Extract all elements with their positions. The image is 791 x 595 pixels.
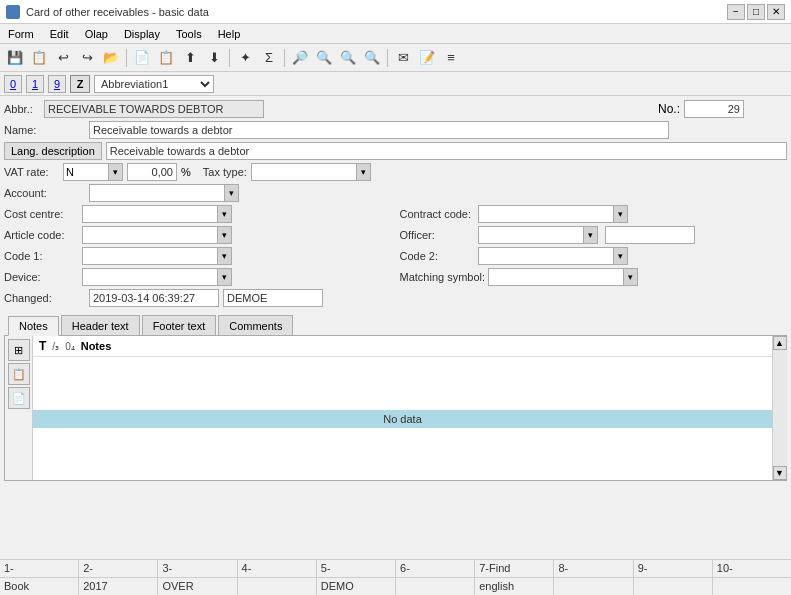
name-row: Name: xyxy=(4,121,787,139)
close-button[interactable]: ✕ xyxy=(767,4,785,20)
code2-label: Code 2: xyxy=(400,250,475,262)
name-input[interactable] xyxy=(89,121,669,139)
app-icon xyxy=(6,5,20,19)
notes-btn-3[interactable]: 📄 xyxy=(8,387,30,409)
tb-search3[interactable]: 🔍 xyxy=(337,47,359,69)
tb-save[interactable]: 💾 xyxy=(4,47,26,69)
notes-content: T /₃ 0₄ Notes No data xyxy=(33,336,772,480)
tb-list[interactable]: ≡ xyxy=(440,47,462,69)
contract-code-select[interactable] xyxy=(478,205,628,223)
vat-row: VAT rate: N ▾ % Tax type: ▾ xyxy=(4,163,787,181)
account-select[interactable] xyxy=(89,184,239,202)
status-cell-5[interactable]: 5- xyxy=(317,560,396,577)
matching-col: Matching symbol: ▾ xyxy=(400,268,788,286)
tb-search1[interactable]: 🔎 xyxy=(289,47,311,69)
matching-select[interactable] xyxy=(488,268,638,286)
status-cell-3[interactable]: 3- xyxy=(158,560,237,577)
status-cell-8[interactable]: 8- xyxy=(554,560,633,577)
status-bottom-row: Book 2017 OVER DEMO english xyxy=(0,578,791,595)
tb-copy[interactable]: 📋 xyxy=(28,47,50,69)
contract-code-col: Contract code: ▾ xyxy=(400,205,788,223)
scrollbar-down-button[interactable]: ▼ xyxy=(773,466,787,480)
tb-undo[interactable]: ↩ xyxy=(52,47,74,69)
tab-1[interactable]: 1 xyxy=(26,75,44,93)
tab-notes[interactable]: Notes xyxy=(8,316,59,336)
device-matching-row: Device: ▾ Matching symbol: ▾ xyxy=(4,268,787,286)
status-over: OVER xyxy=(158,578,237,595)
tb-search2[interactable]: 🔍 xyxy=(313,47,335,69)
status-cell-1[interactable]: 1- xyxy=(0,560,79,577)
window-controls: − □ ✕ xyxy=(727,4,785,20)
title-bar: Card of other receivables - basic data −… xyxy=(0,0,791,24)
code2-select[interactable] xyxy=(478,247,628,265)
status-empty5 xyxy=(713,578,791,595)
officer-select[interactable] xyxy=(478,226,598,244)
status-cell-7[interactable]: 7-Find xyxy=(475,560,554,577)
device-select[interactable] xyxy=(82,268,232,286)
status-cell-9[interactable]: 9- xyxy=(634,560,713,577)
abbr-row: Abbr.: No.: xyxy=(4,100,787,118)
changed-row: Changed: xyxy=(4,289,787,307)
vat-pct-input[interactable] xyxy=(127,163,177,181)
menu-edit[interactable]: Edit xyxy=(46,27,73,41)
tb-edit[interactable]: 📝 xyxy=(416,47,438,69)
lang-description-button[interactable]: Lang. description xyxy=(4,142,102,160)
article-code-wrapper: ▾ xyxy=(82,226,232,244)
tab-9[interactable]: 9 xyxy=(48,75,66,93)
status-cell-10[interactable]: 10- xyxy=(713,560,791,577)
code1-label: Code 1: xyxy=(4,250,79,262)
tb-mail[interactable]: ✉ xyxy=(392,47,414,69)
tab-footer-text[interactable]: Footer text xyxy=(142,315,217,335)
notes-btn-2[interactable]: 📋 xyxy=(8,363,30,385)
menu-tools[interactable]: Tools xyxy=(172,27,206,41)
z-button[interactable]: Z xyxy=(70,75,90,93)
status-cell-6[interactable]: 6- xyxy=(396,560,475,577)
device-wrapper: ▾ xyxy=(82,268,232,286)
no-input[interactable] xyxy=(684,100,744,118)
menu-display[interactable]: Display xyxy=(120,27,164,41)
cost-centre-select[interactable] xyxy=(82,205,232,223)
contract-code-label: Contract code: xyxy=(400,208,475,220)
tb-star[interactable]: ✦ xyxy=(234,47,256,69)
status-english: english xyxy=(475,578,554,595)
changed-date-input[interactable] xyxy=(89,289,219,307)
status-cell-2[interactable]: 2- xyxy=(79,560,158,577)
article-code-select[interactable] xyxy=(82,226,232,244)
tb-open[interactable]: 📂 xyxy=(100,47,122,69)
tb-new[interactable]: 📄 xyxy=(131,47,153,69)
tb-redo[interactable]: ↪ xyxy=(76,47,98,69)
tax-type-select[interactable] xyxy=(251,163,371,181)
notes-title: Notes xyxy=(81,340,112,352)
code1-select[interactable] xyxy=(82,247,232,265)
tb-up[interactable]: ⬆ xyxy=(179,47,201,69)
abbreviation-select[interactable]: Abbreviation1 xyxy=(94,75,214,93)
notes-btn-1[interactable]: ⊞ xyxy=(8,339,30,361)
officer-text-input[interactable] xyxy=(605,226,695,244)
notes-toolbar: ⊞ 📋 📄 xyxy=(5,336,33,480)
menu-help[interactable]: Help xyxy=(214,27,245,41)
lang-input[interactable] xyxy=(106,142,787,160)
status-cell-4[interactable]: 4- xyxy=(238,560,317,577)
vat-n-select[interactable]: N xyxy=(63,163,123,181)
cost-centre-col: Cost centre: ▾ xyxy=(4,205,392,223)
tab-0[interactable]: 0 xyxy=(4,75,22,93)
tab-comments[interactable]: Comments xyxy=(218,315,293,335)
tb-down[interactable]: ⬇ xyxy=(203,47,225,69)
officer-col: Officer: ▾ xyxy=(400,226,788,244)
status-demo: DEMO xyxy=(317,578,396,595)
tb-sum[interactable]: Σ xyxy=(258,47,280,69)
tb-search4[interactable]: 🔍 xyxy=(361,47,383,69)
menu-form[interactable]: Form xyxy=(4,27,38,41)
tb-paste[interactable]: 📋 xyxy=(155,47,177,69)
status-top-row: 1- 2- 3- 4- 5- 6- 7-Find 8- 9- 10- xyxy=(0,560,791,578)
code1-wrapper: ▾ xyxy=(82,247,232,265)
vat-label: VAT rate: xyxy=(4,166,59,178)
abbr-input[interactable] xyxy=(44,100,264,118)
tab-header-text[interactable]: Header text xyxy=(61,315,140,335)
menu-olap[interactable]: Olap xyxy=(81,27,112,41)
maximize-button[interactable]: □ xyxy=(747,4,765,20)
vat-n-wrapper: N ▾ xyxy=(63,163,123,181)
changed-user-input[interactable] xyxy=(223,289,323,307)
minimize-button[interactable]: − xyxy=(727,4,745,20)
scrollbar-up-button[interactable]: ▲ xyxy=(773,336,787,350)
